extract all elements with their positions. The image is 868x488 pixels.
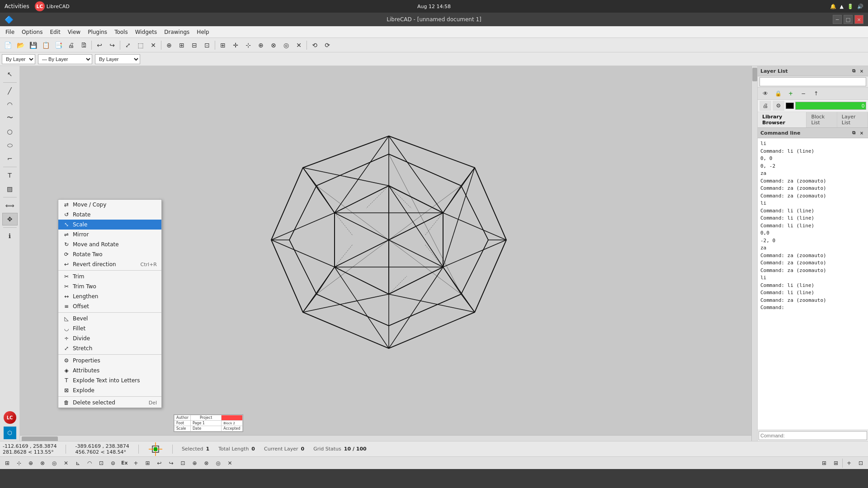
ctx-offset[interactable]: ≡ Offset bbox=[58, 301, 161, 311]
horizontal-scrollbar[interactable] bbox=[20, 435, 751, 441]
layer-up-btn[interactable]: ↑ bbox=[810, 89, 822, 99]
snap-mag-btn[interactable]: ⊜ bbox=[108, 458, 118, 468]
ctx-explode[interactable]: ⊠ Explode bbox=[58, 385, 161, 395]
ctx-move-copy[interactable]: ⇄ Move / Copy bbox=[58, 200, 161, 210]
layer-list-float-btn[interactable]: ⧉ bbox=[850, 67, 857, 75]
save-all-button[interactable]: 📑 bbox=[52, 39, 64, 51]
text-tool[interactable]: T bbox=[2, 169, 18, 182]
pen-color-select[interactable]: By Layer bbox=[2, 54, 35, 64]
snap-btn5[interactable]: ⊗ bbox=[201, 458, 212, 468]
activities-label[interactable]: Activities bbox=[5, 3, 29, 9]
menu-plugins[interactable]: Plugins bbox=[84, 26, 111, 38]
snap-intersection-button[interactable]: ✕ bbox=[293, 39, 305, 51]
print-preview-button[interactable]: 🖺 bbox=[78, 39, 90, 51]
menu-edit[interactable]: Edit bbox=[46, 26, 64, 38]
layer-add-btn[interactable]: + bbox=[785, 89, 797, 99]
save-as-button[interactable]: 📋 bbox=[40, 39, 52, 51]
info-tool[interactable]: ℹ bbox=[2, 230, 18, 242]
ctx-explode-text[interactable]: T Explode Text into Letters bbox=[58, 375, 161, 385]
save-button[interactable]: 💾 bbox=[27, 39, 39, 51]
ctx-rotate-two[interactable]: ⟳ Rotate Two bbox=[58, 249, 161, 259]
snap-relative-btn[interactable]: ⊡ bbox=[96, 458, 107, 468]
modify-tool[interactable]: ✥ bbox=[2, 213, 18, 225]
extra-btn2[interactable]: ⟳ bbox=[321, 39, 333, 51]
ctx-lengthen[interactable]: ↔ Lengthen bbox=[58, 291, 161, 301]
ctx-mirror[interactable]: ⇌ Mirror bbox=[58, 230, 161, 239]
undo-button[interactable]: ↩ bbox=[94, 39, 105, 51]
snap-del-btn[interactable]: ✕ bbox=[225, 458, 236, 468]
menu-widgets[interactable]: Widgets bbox=[132, 26, 161, 38]
menu-drawings[interactable]: Drawings bbox=[160, 26, 193, 38]
minimize-button[interactable]: − bbox=[833, 15, 842, 24]
ctx-trim[interactable]: ✂ Trim bbox=[58, 272, 161, 282]
menu-tools[interactable]: Tools bbox=[111, 26, 132, 38]
hatch-tool[interactable]: ▨ bbox=[2, 183, 18, 195]
select-tool[interactable]: ↖ bbox=[2, 68, 18, 80]
ctx-divide[interactable]: ÷ Divide bbox=[58, 333, 161, 343]
snap-grid-button[interactable]: ⊹ bbox=[242, 39, 254, 51]
snap-midpoint-button[interactable]: ⊗ bbox=[268, 39, 279, 51]
snap-midpoint-btn[interactable]: ⊗ bbox=[37, 458, 48, 468]
polyline-tool[interactable]: ⌐ bbox=[2, 152, 18, 165]
extra-btn1[interactable]: ⟲ bbox=[309, 39, 321, 51]
arc-tool[interactable]: ◠ bbox=[2, 98, 18, 111]
ctx-stretch[interactable]: ⤢ Stretch bbox=[58, 343, 161, 353]
line-tool[interactable]: ╱ bbox=[2, 84, 18, 97]
zoom-pan-button[interactable]: ⊕ bbox=[163, 39, 175, 51]
ctx-attributes[interactable]: ◈ Attributes bbox=[58, 366, 161, 375]
line-width-select[interactable]: By Layer bbox=[95, 54, 140, 64]
select-button[interactable]: ⤢ bbox=[122, 39, 134, 51]
ctx-trim-two[interactable]: ✂ Trim Two bbox=[58, 282, 161, 291]
snap-cycle-btn[interactable]: ↩ bbox=[154, 458, 165, 468]
snap-add-btn[interactable]: + bbox=[131, 458, 142, 468]
grid-button[interactable]: ⊞ bbox=[217, 39, 229, 51]
snap-btn4[interactable]: ⊕ bbox=[189, 458, 200, 468]
canvas-area[interactable]: Author Project Foot Page 1 Block 2 Scale… bbox=[20, 66, 757, 441]
spline-tool[interactable]: 〜 bbox=[2, 112, 18, 124]
zoom-out-button[interactable]: ⊟ bbox=[189, 39, 200, 51]
snap-endpoint-button[interactable]: ⊕ bbox=[255, 39, 267, 51]
layer-number-input[interactable] bbox=[795, 102, 866, 110]
ctx-properties[interactable]: ⚙ Properties bbox=[58, 356, 161, 366]
snap-btn6[interactable]: ◎ bbox=[213, 458, 224, 468]
snap-cycle2-btn[interactable]: ↪ bbox=[166, 458, 177, 468]
vertical-scrollbar[interactable] bbox=[751, 66, 757, 441]
circle-tool[interactable]: ○ bbox=[2, 125, 18, 138]
menu-options[interactable]: Options bbox=[18, 26, 46, 38]
unlock-btn[interactable]: + bbox=[844, 458, 854, 468]
snap-grid-btn[interactable]: ⊹ bbox=[14, 458, 24, 468]
line-type-select[interactable]: — By Layer bbox=[38, 54, 92, 64]
ctx-rotate[interactable]: ↺ Rotate bbox=[58, 210, 161, 220]
layer-lock-btn[interactable]: 🔒 bbox=[772, 89, 784, 99]
cmd-float-btn[interactable]: ⧉ bbox=[850, 129, 857, 136]
print-button[interactable]: 🖨 bbox=[65, 39, 77, 51]
snap-center-btn[interactable]: ◎ bbox=[49, 458, 60, 468]
tab-block-list[interactable]: Block List bbox=[807, 112, 837, 127]
tab-layer-list[interactable]: Layer List bbox=[837, 112, 868, 127]
ctx-scale[interactable]: ⤡ Scale bbox=[58, 220, 161, 230]
snap-perpendicular-btn[interactable]: ⊾ bbox=[72, 458, 83, 468]
layer-visibility-btn[interactable]: 👁 bbox=[760, 89, 771, 99]
select-window-button[interactable]: ⬚ bbox=[135, 39, 146, 51]
new-button[interactable]: 📄 bbox=[2, 39, 14, 51]
tab-library-browser[interactable]: Library Browser bbox=[758, 112, 807, 127]
layer-remove-btn[interactable]: − bbox=[797, 89, 809, 99]
ctx-bevel[interactable]: ◺ Bevel bbox=[58, 314, 161, 324]
snap-endpoint-btn[interactable]: ⊕ bbox=[25, 458, 36, 468]
deselect-button[interactable]: ✕ bbox=[147, 39, 159, 51]
snap-intersection-btn[interactable]: ✕ bbox=[61, 458, 71, 468]
dimension-tool[interactable]: ⟺ bbox=[2, 199, 18, 212]
open-button[interactable]: 📂 bbox=[14, 39, 26, 51]
maximize-button[interactable]: □ bbox=[844, 15, 853, 24]
zoom-in-button[interactable]: ⊞ bbox=[176, 39, 188, 51]
layer-color-swatch[interactable] bbox=[786, 103, 794, 109]
ctx-delete[interactable]: 🗑 Delete selected Del bbox=[58, 398, 161, 408]
zoom-auto-button[interactable]: ⊡ bbox=[201, 39, 213, 51]
menu-help[interactable]: Help bbox=[193, 26, 212, 38]
close-button[interactable]: × bbox=[854, 15, 863, 24]
ctx-revert[interactable]: ↩ Revert direction Ctrl+R bbox=[58, 259, 161, 269]
snap-tangent-btn[interactable]: ◠ bbox=[84, 458, 95, 468]
snap-btn3[interactable]: ⊡ bbox=[178, 458, 189, 468]
snap-center-button[interactable]: ◎ bbox=[280, 39, 292, 51]
command-input[interactable] bbox=[759, 431, 867, 440]
